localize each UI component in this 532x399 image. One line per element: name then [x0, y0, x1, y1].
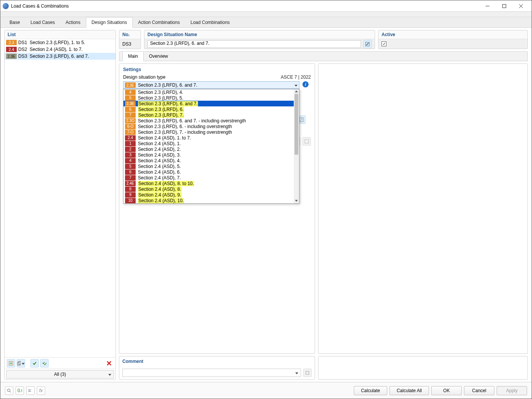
edit-name-icon[interactable]	[363, 40, 372, 48]
sub-tabbar: MainOverview	[119, 51, 528, 61]
ds-name: Section 2.3 (LRFD), 6. and 7.	[30, 54, 89, 59]
no-label: No.	[119, 30, 141, 39]
list-panel: List 2.3DS1Section 2.3 (LRFD), 1. to 5.2…	[4, 30, 116, 380]
ds-row[interactable]: 2.3EDS3Section 2.3 (LRFD), 6. and 7.	[5, 53, 116, 60]
dropdown-item[interactable]: 8Section 2.4 (ASD), 8.	[124, 186, 299, 192]
dd-text: Section 2.3 (LRFD), 6. and 7. - includin…	[138, 118, 246, 124]
dropdown-item[interactable]: 4Section 2.3 (LRFD), 4.	[124, 89, 299, 95]
svg-rect-18	[306, 371, 309, 374]
svg-point-19	[8, 389, 10, 391]
comment-lib-icon[interactable]	[303, 369, 312, 377]
calculate-all-button[interactable]: Calculate All	[390, 386, 429, 395]
tab-action-combinations[interactable]: Action Combinations	[133, 17, 185, 27]
dropdown-item[interactable]: 2.3ESection 2.3 (LRFD), 6. and 7.	[124, 101, 299, 106]
svg-text:fx: fx	[39, 388, 43, 393]
tab-design-situations[interactable]: Design Situations	[86, 17, 133, 28]
dropdown-scrollbar[interactable]	[294, 89, 299, 203]
cancel-button[interactable]: Cancel	[464, 386, 494, 395]
dropdown-item[interactable]: 7-OSection 2.3 (LRFD), 7. - including ov…	[124, 129, 299, 135]
chevron-down-icon	[295, 370, 298, 375]
close-button[interactable]	[513, 1, 529, 11]
tab-base[interactable]: Base	[4, 17, 25, 27]
ds-badge: 2.3E	[6, 54, 17, 59]
tab-load-combinations[interactable]: Load Combinations	[185, 17, 235, 27]
consider-edit-icon	[302, 137, 311, 146]
comment-combo[interactable]	[122, 369, 301, 377]
active-checkbox[interactable]	[382, 41, 386, 46]
ds-badge: 2.3	[6, 40, 17, 45]
dd-text: Section 2.4 (ASD), 5.	[138, 164, 181, 169]
dropdown-item[interactable]: 5Section 2.4 (ASD), 5.	[124, 163, 299, 169]
ds-id: DS2	[18, 47, 30, 52]
copy-icon[interactable]	[17, 359, 25, 367]
dd-text: Section 2.3 (LRFD), 7. - including overs…	[138, 130, 232, 135]
active-label: Active	[378, 30, 527, 39]
settings-title: Settings	[123, 67, 311, 72]
type-dropdown-list[interactable]: 4Section 2.3 (LRFD), 4.5Section 2.3 (LRF…	[123, 89, 299, 204]
calculate-button[interactable]: Calculate	[354, 386, 387, 395]
new-icon[interactable]	[7, 359, 15, 367]
scroll-down-icon[interactable]	[294, 199, 299, 203]
no-value: DS3	[119, 39, 141, 49]
name-input[interactable]: Section 2.3 (LRFD), 6. and 7.	[147, 40, 361, 48]
minimize-button[interactable]	[479, 1, 496, 11]
checks-icon[interactable]	[40, 359, 49, 367]
subtab-overview[interactable]: Overview	[144, 52, 173, 61]
search-icon[interactable]	[5, 386, 13, 395]
tab-actions[interactable]: Actions	[60, 17, 86, 27]
scroll-up-icon[interactable]	[294, 89, 299, 94]
dd-badge: 5	[125, 95, 136, 101]
ok-button[interactable]: OK	[431, 386, 462, 395]
dropdown-item[interactable]: 6-OSection 2.3 (LRFD), 6. - including ov…	[124, 124, 299, 129]
dd-badge: 8	[125, 187, 136, 192]
ds-list[interactable]: 2.3DS1Section 2.3 (LRFD), 1. to 5.2.4DS2…	[5, 39, 116, 357]
fx-icon[interactable]: fx	[37, 386, 45, 395]
dropdown-item[interactable]: 5Section 2.3 (LRFD), 5.	[124, 95, 299, 101]
dd-text: Section 2.4 (ASD), 1. to 7.	[138, 135, 191, 141]
app-icon	[3, 3, 9, 9]
dropdown-item[interactable]: 6Section 2.4 (ASD), 6.	[124, 169, 299, 175]
type-label: Design situation type	[123, 74, 281, 80]
list-filter-combo[interactable]: All (3)	[6, 370, 114, 378]
dd-badge: 2	[125, 147, 136, 152]
ds-badge: 2.4	[6, 47, 17, 52]
dropdown-item[interactable]: 2.4Section 2.4 (ASD), 1. to 7.	[124, 135, 299, 141]
scroll-thumb[interactable]	[294, 94, 298, 155]
dropdown-item[interactable]: 2Section 2.4 (ASD), 2.	[124, 146, 299, 152]
dd-badge: 7	[125, 175, 136, 180]
dropdown-item[interactable]: 2.4ESection 2.4 (ASD), 8. to 10.	[124, 180, 299, 186]
units-icon[interactable]: 0.00	[16, 386, 24, 395]
ds-name: Section 2.4 (ASD), 1. to 7.	[30, 47, 82, 52]
dd-badge: 4	[125, 90, 136, 95]
dropdown-item[interactable]: 7Section 2.3 (LRFD), 7.	[124, 112, 299, 118]
dropdown-item[interactable]: 10Section 2.4 (ASD), 10.	[124, 198, 299, 203]
dropdown-item[interactable]: 2.3OSection 2.3 (LRFD), 6. and 7. - incl…	[124, 118, 299, 124]
svg-line-20	[10, 391, 11, 393]
check-icon[interactable]	[30, 359, 39, 367]
tree-icon[interactable]	[26, 386, 35, 395]
maximize-button[interactable]	[496, 1, 513, 11]
comment-panel: Comment	[119, 356, 315, 380]
dd-text: Section 2.3 (LRFD), 6. and 7.	[138, 101, 198, 106]
dropdown-item[interactable]: 7Section 2.4 (ASD), 7.	[124, 175, 299, 180]
list-filter-value: All (3)	[54, 372, 66, 377]
subtab-main[interactable]: Main	[122, 51, 144, 61]
delete-icon[interactable]	[105, 359, 113, 367]
dd-badge: 10	[125, 198, 136, 203]
dropdown-item[interactable]: 1Section 2.4 (ASD), 1.	[124, 141, 299, 146]
name-label: Design Situation Name	[144, 30, 375, 39]
dd-badge: 1	[125, 141, 136, 146]
dropdown-item[interactable]: 3Section 2.4 (ASD), 3.	[124, 152, 299, 158]
info-icon[interactable]: i	[302, 81, 309, 87]
ds-row[interactable]: 2.4DS2Section 2.4 (ASD), 1. to 7.	[5, 46, 116, 53]
type-badge: 2.3E	[125, 82, 136, 88]
ds-row[interactable]: 2.3DS1Section 2.3 (LRFD), 1. to 5.	[5, 39, 116, 46]
dropdown-item[interactable]: 6Section 2.3 (LRFD), 6.	[124, 106, 299, 112]
type-combo[interactable]: 2.3E Section 2.3 (LRFD), 6. and 7.	[123, 81, 299, 89]
dd-text: Section 2.4 (ASD), 6.	[138, 169, 181, 175]
type-value: Section 2.3 (LRFD), 6. and 7.	[138, 82, 197, 88]
dropdown-item[interactable]: 4Section 2.4 (ASD), 4.	[124, 158, 299, 163]
tab-load-cases[interactable]: Load Cases	[25, 17, 60, 27]
svg-line-12	[366, 43, 369, 45]
dropdown-item[interactable]: 9Section 2.4 (ASD), 9.	[124, 192, 299, 198]
